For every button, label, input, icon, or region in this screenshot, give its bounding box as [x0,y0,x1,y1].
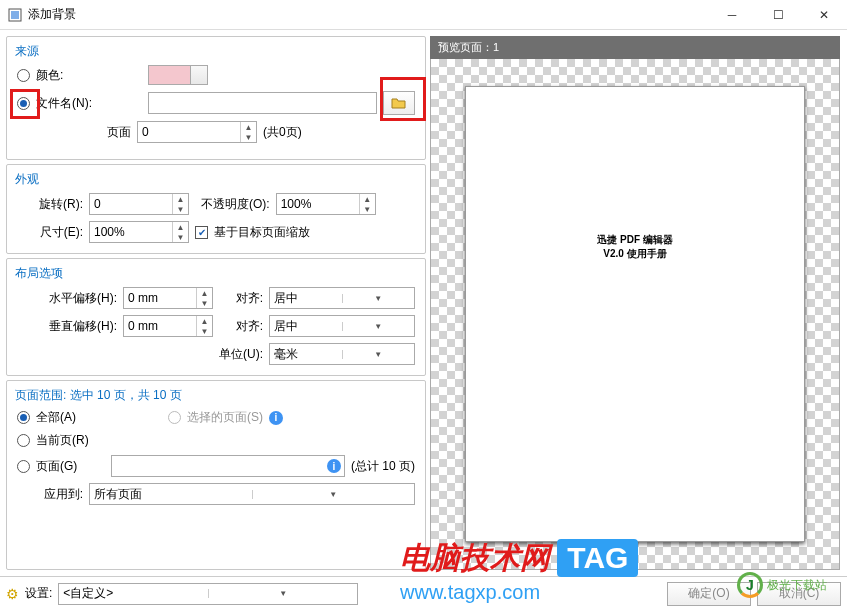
radio-all-label: 全部(A) [36,409,76,426]
ok-button[interactable]: 确定(O) [667,582,751,606]
scale-checkbox[interactable]: ✔ [195,226,208,239]
radio-color[interactable] [17,69,30,82]
group-range-title: 页面范围: 选中 10 页，共 10 页 [15,387,182,404]
radio-pages[interactable] [17,460,30,473]
size-spinner[interactable]: ▲▼ [89,221,189,243]
size-label: 尺寸(E): [17,224,83,241]
group-range: 页面范围: 选中 10 页，共 10 页 全部(A) 选择的页面(S) i 当前… [6,380,426,570]
halign-label: 对齐: [219,290,263,307]
folder-open-icon [391,96,407,110]
group-source: 来源 颜色: 文件名(N): 页面 ▲▼ [6,36,426,160]
preview-page: 迅捷 PDF 编辑器 V2.0 使用手册 [465,86,805,542]
gear-icon[interactable]: ⚙ [6,586,19,602]
titlebar: 添加背景 ─ ☐ ✕ [0,0,847,30]
radio-filename-label: 文件名(N): [36,95,96,112]
browse-button[interactable] [383,91,415,115]
preview-body: 迅捷 PDF 编辑器 V2.0 使用手册 [430,59,840,570]
cancel-button[interactable]: 取消(C) [757,582,841,606]
radio-all[interactable] [17,411,30,424]
voffset-label: 垂直偏移(H): [17,318,117,335]
color-picker[interactable] [148,65,208,85]
group-layout: 布局选项 水平偏移(H): ▲▼ 对齐: 居中▼ 垂直偏移(H): ▲▼ 对齐: [6,258,426,376]
preview-header: 预览页面：1 [430,36,840,59]
opacity-label: 不透明度(O): [201,196,270,213]
radio-selected-label: 选择的页面(S) [187,409,263,426]
valign-label: 对齐: [219,318,263,335]
maximize-button[interactable]: ☐ [755,0,801,30]
info-icon[interactable]: i [269,411,283,425]
page-spinner[interactable]: ▲▼ [137,121,257,143]
group-appearance: 外观 旋转(R): ▲▼ 不透明度(O): ▲▼ 尺寸(E): ▲▼ [6,164,426,254]
svg-rect-1 [11,11,19,19]
left-panel: 来源 颜色: 文件名(N): 页面 ▲▼ [6,36,426,570]
page-label: 页面 [107,124,131,141]
rotate-label: 旋转(R): [17,196,83,213]
group-appearance-title: 外观 [15,171,39,188]
preview-panel: 预览页面：1 迅捷 PDF 编辑器 V2.0 使用手册 [430,36,840,570]
total-pages-label: (总计 10 页) [351,458,415,475]
group-source-title: 来源 [15,43,39,60]
app-icon [8,8,22,22]
halign-select[interactable]: 居中▼ [269,287,415,309]
bottom-bar: ⚙ 设置: <自定义>▼ 确定(O) 取消(C) [0,576,847,610]
page-total-label: (共0页) [263,124,302,141]
main-area: 来源 颜色: 文件名(N): 页面 ▲▼ [0,30,847,576]
rotate-spinner[interactable]: ▲▼ [89,193,189,215]
hoffset-spinner[interactable]: ▲▼ [123,287,213,309]
radio-color-label: 颜色: [36,67,96,84]
radio-current-label: 当前页(R) [36,432,89,449]
radio-filename[interactable] [17,97,30,110]
preview-page-title1: 迅捷 PDF 编辑器 [466,233,804,247]
valign-select[interactable]: 居中▼ [269,315,415,337]
voffset-spinner[interactable]: ▲▼ [123,315,213,337]
hoffset-label: 水平偏移(H): [17,290,117,307]
radio-current[interactable] [17,434,30,447]
apply-label: 应用到: [17,486,83,503]
close-button[interactable]: ✕ [801,0,847,30]
pages-input[interactable] [111,455,345,477]
opacity-spinner[interactable]: ▲▼ [276,193,376,215]
unit-select[interactable]: 毫米▼ [269,343,415,365]
radio-selected[interactable] [168,411,181,424]
group-layout-title: 布局选项 [15,265,63,282]
scale-checkbox-label: 基于目标页面缩放 [214,224,310,241]
preview-page-title2: V2.0 使用手册 [466,247,804,261]
minimize-button[interactable]: ─ [709,0,755,30]
filename-input[interactable] [148,92,377,114]
settings-select[interactable]: <自定义>▼ [58,583,358,605]
info-icon-pages[interactable]: i [327,459,341,473]
radio-pages-label: 页面(G) [36,458,77,475]
apply-select[interactable]: 所有页面▼ [89,483,415,505]
window-title: 添加背景 [28,6,709,23]
unit-label: 单位(U): [219,346,263,363]
settings-label: 设置: [25,585,52,602]
